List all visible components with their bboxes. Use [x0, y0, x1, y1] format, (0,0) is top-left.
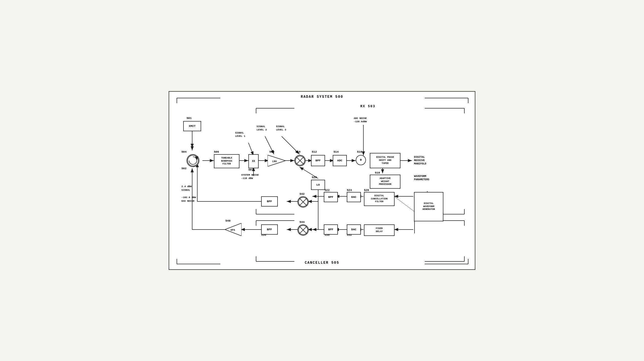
num-518: 518	[375, 171, 380, 174]
annotation-signal-level-1: SIGNALLEVEL 1	[235, 131, 245, 138]
component-mixer-510	[294, 155, 306, 166]
svg-line-37	[248, 143, 254, 155]
annotation-signal-level-3: SIGNALLEVEL 3	[276, 125, 286, 132]
annotation-signal-dac-noise: 2.4 dBWSIGNAL-102.6 dBWDAC NOISE	[181, 185, 196, 203]
label-rx-503: RX 503	[360, 104, 375, 108]
num-502: 502	[181, 167, 187, 170]
num-504: 504	[181, 150, 187, 153]
svg-line-66	[394, 196, 415, 212]
component-circulator	[187, 154, 199, 167]
block-bpf-538: BPF	[261, 196, 278, 207]
component-hpa: HPA	[225, 223, 241, 236]
block-dac-524: DAC	[347, 192, 361, 202]
block-fixed-delay: FIXEDDELAY	[364, 224, 395, 236]
annotation-system-noise: SYSTEM NOISE-118 dBW	[241, 173, 259, 180]
num-adder: 516	[357, 150, 362, 153]
block-bpf-536: BPF	[261, 224, 278, 235]
num-540: 540	[225, 219, 231, 222]
block-adc-514: ADC	[333, 155, 347, 166]
num-520: 520	[312, 176, 317, 179]
block-bpf-512: BPF	[311, 155, 325, 166]
block-dac-532: DAC	[347, 224, 361, 235]
component-mixer-544	[297, 224, 309, 236]
block-tbf: TUNEABLEBANDPASSFILTER	[214, 154, 239, 168]
annotation-signal-level-2: SIGNALLEVEL 2	[257, 125, 267, 132]
block-dwg: DIGITALWAVEFORMGENERATOR	[414, 192, 443, 221]
num-507: 507	[248, 168, 254, 171]
component-mixer-542	[297, 196, 309, 208]
label-digital-receive: DIGITALRECEIVEMANIFOLD	[414, 155, 426, 165]
block-bpf-522: BPF	[324, 192, 338, 202]
block-bpf-530: BPF	[324, 224, 338, 235]
num-522: 522	[325, 189, 330, 192]
block-dps: DIGITAL PHASESHIFT ANDTAPER	[370, 153, 400, 168]
component-lna: LNA	[268, 155, 285, 166]
num-501: 501	[187, 117, 192, 120]
num-512: 512	[312, 150, 317, 153]
block-xmit: XMIT	[183, 121, 201, 131]
block-lo: LO	[311, 180, 325, 190]
svg-text:LNA: LNA	[272, 160, 277, 163]
block-xx: XX	[248, 154, 259, 168]
annotation-adc-noise: ADC NOISE-128.6dBW	[354, 117, 367, 124]
diagram: RADAR SYSTEM 500 RX 503 CANCELLER 505 50…	[169, 91, 475, 270]
num-510: 510	[295, 150, 301, 153]
num-542: 542	[300, 192, 305, 196]
num-526: 526	[364, 189, 369, 192]
label-waveform-params: WAVEFORMPARAMETERS	[414, 175, 429, 181]
num-508: 508	[269, 150, 274, 153]
num-506: 506	[214, 150, 219, 153]
component-adder: +	[356, 155, 366, 165]
block-dcf: DIGITALCANCELLATIONFILTER	[364, 192, 395, 206]
num-524: 524	[347, 189, 352, 192]
block-awp: ADAPTIVEWEIGHTPROCESSOR	[370, 175, 400, 189]
svg-text:HPA: HPA	[231, 229, 235, 232]
num-544: 544	[300, 221, 305, 224]
num-514: 514	[334, 150, 339, 153]
title-radar-system: RADAR SYSTEM 500	[301, 95, 343, 99]
label-canceller-505: CANCELLER 505	[305, 261, 339, 265]
